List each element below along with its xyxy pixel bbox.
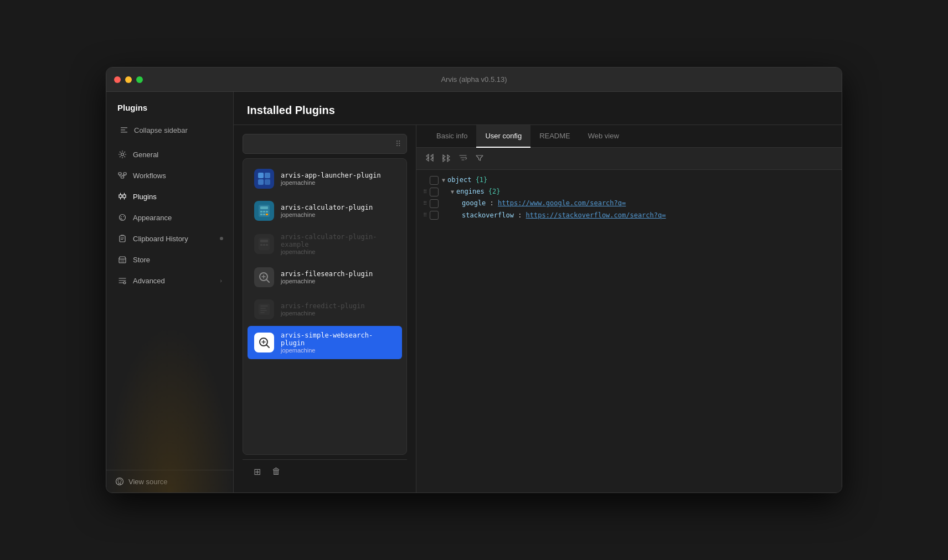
search-bar[interactable]: ⠿ [243, 134, 407, 154]
plugin-author-app-launcher: jopemachine [281, 179, 395, 186]
sidebar: Plugins Collapse sidebar [106, 92, 234, 492]
svg-point-8 [121, 216, 122, 217]
tab-readme[interactable]: README [530, 125, 579, 148]
advanced-icon [117, 276, 127, 286]
svg-rect-27 [260, 240, 268, 242]
plugin-icon-calc-example [254, 234, 274, 254]
svg-rect-32 [259, 304, 270, 315]
content-area: ⠿ [234, 125, 842, 492]
collapse-all-button[interactable] [440, 152, 453, 165]
tab-user-config[interactable]: User config [476, 125, 530, 148]
json-viewer: ▼ object {1} ⠿ ▼ [416, 148, 842, 492]
plugin-name-filesearch: arvis-filesearch-plugin [281, 270, 395, 278]
app-window: Arvis (alpha v0.5.13) Plugins Collapse s… [106, 67, 842, 493]
drag-handle-stackoverflow: ⠿ [421, 211, 429, 220]
svg-rect-25 [266, 214, 268, 215]
maximize-button[interactable] [136, 76, 143, 83]
json-checkbox-engines[interactable] [430, 188, 439, 196]
close-button[interactable] [114, 76, 121, 83]
app-body: Plugins Collapse sidebar [106, 92, 842, 492]
store-icon [117, 255, 127, 265]
advanced-chevron-icon: › [220, 277, 222, 284]
plugin-item-freedict[interactable]: arvis-freedict-plugin jopemachine [248, 294, 402, 325]
svg-rect-10 [120, 236, 125, 242]
sidebar-item-plugins[interactable]: Plugins [111, 186, 229, 206]
plugin-item-calc-example[interactable]: arvis-calculator-plugin-example jopemach… [248, 227, 402, 261]
minimize-button[interactable] [125, 76, 132, 83]
plugin-name-websearch: arvis-simple-websearch-plugin [281, 331, 395, 347]
sidebar-item-store[interactable]: Store [111, 250, 229, 269]
stackoverflow-url-link[interactable]: https://stackoverflow.com/search?q= [526, 210, 666, 221]
plugin-author-freedict: jopemachine [281, 310, 395, 317]
plugin-name-calc-example: arvis-calculator-plugin-example [281, 233, 395, 248]
view-source-label: View source [128, 478, 168, 486]
plugin-item-websearch[interactable]: arvis-simple-websearch-plugin jopemachin… [248, 326, 402, 359]
svg-point-3 [121, 153, 124, 156]
plugin-info-calc-example: arvis-calculator-plugin-example jopemach… [281, 233, 395, 255]
grid-view-button[interactable]: ⊞ [251, 464, 263, 479]
svg-rect-5 [123, 173, 126, 175]
svg-rect-16 [258, 179, 264, 185]
tab-basic-info[interactable]: Basic info [427, 125, 476, 148]
tabs-bar: Basic info User config README Web view [416, 125, 842, 148]
sidebar-item-workflows[interactable]: Workflows [111, 165, 229, 185]
plugin-item-app-launcher[interactable]: arvis-app-launcher-plugin jopemachine [248, 163, 402, 194]
traffic-lights [114, 76, 143, 83]
plugin-item-calculator[interactable]: arvis-calculator-plugin jopemachine [248, 195, 402, 226]
tab-web-view[interactable]: Web view [579, 125, 628, 148]
plugin-icon-freedict [254, 299, 274, 319]
sidebar-item-appearance[interactable]: Appearance [111, 208, 229, 227]
json-checkbox-stackoverflow[interactable] [430, 211, 439, 220]
filter-button[interactable] [473, 152, 486, 165]
search-input[interactable] [249, 140, 395, 148]
view-source-button[interactable]: View source [115, 477, 224, 486]
plugin-name-calculator: arvis-calculator-plugin [281, 204, 395, 211]
svg-point-9 [123, 216, 124, 217]
plugin-author-calculator: jopemachine [281, 211, 395, 218]
json-checkbox[interactable] [430, 176, 439, 185]
svg-rect-14 [258, 173, 264, 178]
plugin-info-calculator: arvis-calculator-plugin jopemachine [281, 204, 395, 218]
google-url-link[interactable]: https://www.google.com/search?q= [498, 198, 626, 209]
svg-rect-24 [263, 214, 265, 215]
plugin-item-filesearch[interactable]: arvis-filesearch-plugin jopemachine [248, 262, 402, 293]
plugin-name-app-launcher: arvis-app-launcher-plugin [281, 172, 395, 179]
main-header: Installed Plugins [234, 92, 842, 125]
page-title: Installed Plugins [247, 104, 828, 117]
json-checkbox-google[interactable] [430, 199, 439, 208]
sort-button[interactable] [456, 152, 470, 165]
expand-all-button[interactable] [423, 152, 436, 165]
plugin-icon-app-launcher [254, 169, 274, 189]
plugin-icon-websearch [254, 333, 274, 352]
plugin-author-websearch: jopemachine [281, 347, 395, 354]
collapse-sidebar-label: Collapse sidebar [134, 126, 188, 134]
sidebar-item-general[interactable]: General [111, 144, 229, 164]
svg-rect-30 [266, 244, 268, 246]
sidebar-item-advanced-label: Advanced [133, 277, 165, 285]
sidebar-item-appearance-label: Appearance [133, 214, 172, 222]
json-row-stackoverflow: ⠿ stackoverflow : https://stackoverflow.… [416, 210, 842, 221]
plugin-info-app-launcher: arvis-app-launcher-plugin jopemachine [281, 172, 395, 186]
drag-handle-engines: ⠿ [421, 188, 429, 196]
plugin-list-panel: ⠿ [234, 125, 416, 492]
sidebar-item-workflows-label: Workflows [133, 172, 166, 180]
window-title: Arvis (alpha v0.5.13) [441, 75, 507, 84]
delete-plugin-button[interactable]: 🗑 [270, 464, 283, 479]
title-bar: Arvis (alpha v0.5.13) [106, 68, 842, 92]
nav-items: General Workflows [106, 142, 233, 470]
svg-rect-28 [260, 244, 262, 246]
collapse-icon [120, 126, 128, 134]
svg-rect-29 [263, 244, 265, 246]
json-toggle-engines[interactable]: ▼ [451, 188, 454, 196]
clipboard-icon [117, 234, 127, 243]
svg-rect-15 [265, 173, 270, 178]
drag-handle-google: ⠿ [421, 199, 429, 208]
sidebar-item-clipboard[interactable]: Clipboard History [111, 229, 229, 248]
collapse-sidebar-button[interactable]: Collapse sidebar [111, 120, 229, 140]
sidebar-item-general-label: General [133, 151, 158, 159]
json-row-object: ▼ object {1} [416, 174, 842, 186]
sidebar-item-advanced[interactable]: Advanced › [111, 271, 229, 291]
json-toggle-object[interactable]: ▼ [442, 176, 445, 185]
json-row-engines: ⠿ ▼ engines {2} [416, 186, 842, 198]
svg-rect-23 [260, 214, 262, 215]
